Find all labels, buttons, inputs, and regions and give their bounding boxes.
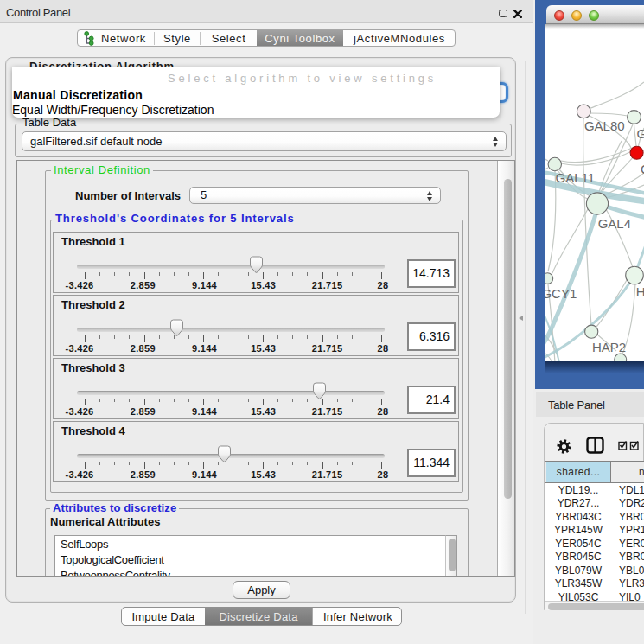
svg-text:C: C (641, 162, 644, 176)
svg-text:GAL11: GAL11 (556, 170, 596, 185)
svg-text:GAL4: GAL4 (598, 216, 631, 231)
svg-text:GCY1: GCY1 (545, 286, 577, 301)
svg-text:HAP2: HAP2 (592, 340, 626, 354)
svg-text:GAL80: GAL80 (584, 118, 625, 133)
svg-text:H: H (636, 284, 644, 299)
svg-text:GA: GA (637, 126, 644, 141)
